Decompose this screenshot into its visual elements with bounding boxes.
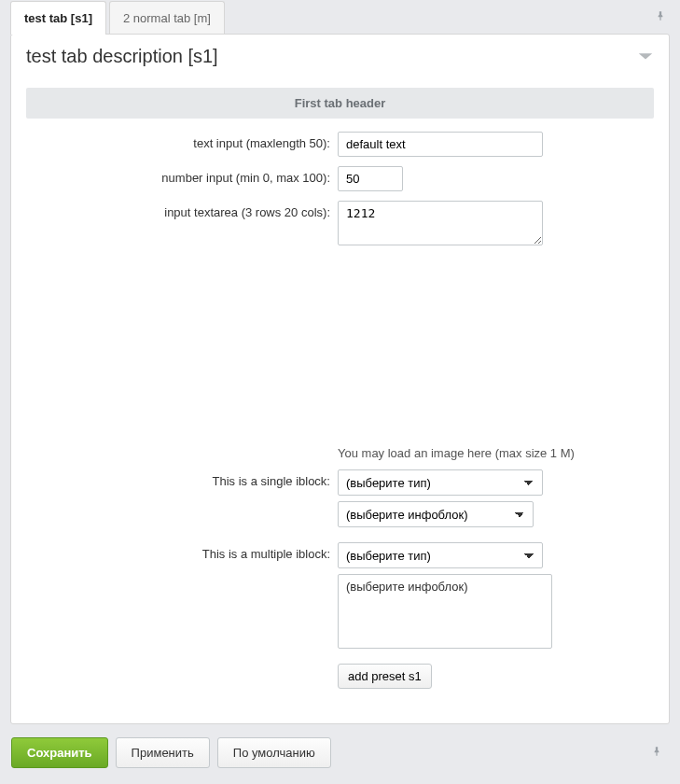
svg-marker-0 <box>639 53 652 59</box>
single-iblock-select[interactable]: (выберите инфоблок) <box>338 501 534 527</box>
list-item[interactable]: (выберите инфоблок) <box>346 580 544 594</box>
number-input[interactable] <box>338 166 403 191</box>
number-input-label: number input (min 0, max 100): <box>26 166 338 185</box>
tab-normal[interactable]: 2 normal tab [m] <box>109 1 225 35</box>
default-button[interactable]: По умолчанию <box>217 737 331 768</box>
textarea-label: input textarea (3 rows 20 cols): <box>26 201 338 219</box>
text-input-label: text input (maxlength 50): <box>26 132 338 150</box>
main-panel: test tab description [s1] First tab head… <box>10 34 670 724</box>
multiple-iblock-list[interactable]: (выберите инфоблок) <box>338 574 552 649</box>
section-header: First tab header <box>26 88 654 119</box>
collapse-icon[interactable] <box>637 49 654 63</box>
multiple-iblock-label: This is a multiple iblock: <box>26 542 338 561</box>
textarea-input[interactable] <box>338 201 543 245</box>
tab-label: 2 normal tab [m] <box>123 11 211 25</box>
image-hint: You may load an image here (max size 1 M… <box>338 446 654 460</box>
text-input[interactable] <box>338 132 543 157</box>
tab-test[interactable]: test tab [s1] <box>10 1 106 35</box>
tab-label: test tab [s1] <box>24 11 92 25</box>
multiple-iblock-type-select[interactable]: (выберите тип) <box>338 542 543 568</box>
apply-button[interactable]: Применить <box>116 737 210 768</box>
footer: Сохранить Применить По умолчанию <box>0 724 680 781</box>
single-iblock-label: This is a single iblock: <box>26 469 338 488</box>
single-iblock-type-select[interactable]: (выберите тип) <box>338 469 543 496</box>
panel-title: test tab description [s1] <box>26 46 218 67</box>
save-button[interactable]: Сохранить <box>11 737 108 768</box>
pin-icon[interactable] <box>648 2 673 34</box>
pin-icon[interactable] <box>645 745 669 762</box>
add-preset-button[interactable]: add preset s1 <box>338 664 432 689</box>
tabs-row: test tab [s1] 2 normal tab [m] <box>0 0 680 35</box>
